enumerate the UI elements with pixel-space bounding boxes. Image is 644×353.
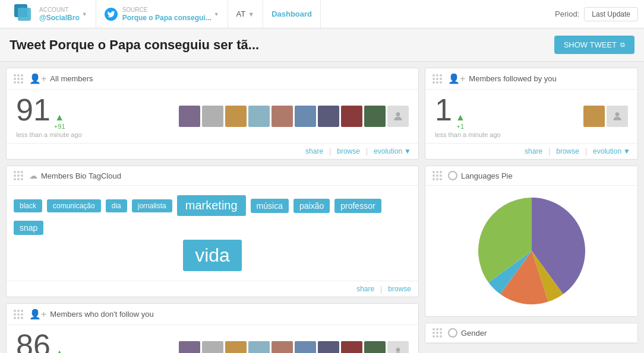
gender-card: Gender — [425, 323, 638, 344]
all-members-footer: share | browse | evolution ▼ — [7, 143, 418, 159]
period-button[interactable]: Last Update — [584, 7, 638, 21]
pie-container — [425, 186, 637, 316]
tag-jornalista[interactable]: jornalista — [132, 199, 172, 212]
grid-dots-icon-6 — [433, 328, 442, 338]
account-section[interactable]: ACCOUNT @SocialBro ▼ — [6, 0, 96, 28]
members-followed-body: 1 ▲ +1 less than a minute ago — [425, 90, 637, 143]
avatar-7 — [318, 106, 339, 127]
external-link-icon: ⧉ — [620, 41, 625, 49]
gender-header: Gender — [425, 323, 637, 343]
svg-point-2 — [615, 112, 620, 116]
footer-sep-2: | — [366, 147, 368, 155]
all-members-count: 91 — [16, 94, 50, 125]
members-followed-footer: share | browse | evolution ▼ — [425, 143, 637, 159]
grid-dots-icon — [14, 74, 23, 84]
pie-chart — [478, 198, 585, 304]
dashboard-section[interactable]: Dashboard — [263, 0, 321, 28]
account-icon — [14, 4, 34, 24]
tag-paixao[interactable]: paixão — [293, 199, 330, 213]
followed-avatars — [583, 106, 628, 127]
gender-title: Gender — [461, 329, 487, 338]
grid-dots-icon-5 — [433, 171, 442, 180]
period-section: Period: Last Update — [555, 7, 638, 21]
tag-cloud-header: ☁ Members Bio TagCloud — [7, 166, 418, 186]
tag-cloud-card: ☁ Members Bio TagCloud black comunicação… — [6, 166, 419, 297]
tag-snap[interactable]: snap — [14, 221, 43, 235]
tag-black[interactable]: black — [14, 199, 42, 212]
tag-musica[interactable]: música — [251, 199, 289, 213]
all-members-evolution-link[interactable]: evolution ▼ — [374, 147, 411, 155]
no-follow-count-block: 86 ▲ +86 — [16, 330, 82, 353]
avatar-4 — [248, 106, 270, 127]
followed-delta-val: +1 — [457, 123, 465, 130]
members-followed-card: 👤+ Members followed by you 1 ▲ +1 less t… — [425, 68, 638, 160]
all-members-card: 👤+ All members 91 ▲ +91 less than a minu… — [6, 68, 419, 160]
nf-avatar-8 — [341, 341, 362, 353]
left-column: 👤+ All members 91 ▲ +91 less than a minu… — [6, 68, 419, 353]
tag-dia[interactable]: dia — [106, 199, 127, 212]
grid-dots-icon-2 — [14, 171, 23, 180]
languages-pie-title: Languages Pie — [461, 171, 513, 180]
show-tweet-label: SHOW TWEET — [564, 40, 617, 49]
avatar-6 — [295, 106, 316, 127]
all-members-time: less than a minute ago — [16, 131, 82, 138]
at-caret: ▼ — [248, 11, 254, 18]
source-label: SOURCE — [122, 7, 211, 13]
members-followed-header: 👤+ Members followed by you — [425, 68, 637, 90]
period-label: Period: — [555, 9, 579, 18]
tag-cloud-share-link[interactable]: share — [356, 285, 374, 293]
all-members-browse-link[interactable]: browse — [337, 147, 360, 155]
all-members-share-link[interactable]: share — [305, 147, 323, 155]
tag-cloud-browse-link[interactable]: browse — [388, 285, 411, 293]
tag-cloud-body: black comunicação dia jornalista marketi… — [7, 186, 418, 281]
followed-up-icon: ▲ — [456, 112, 465, 123]
nf-avatar-3 — [225, 341, 247, 353]
followed-time: less than a minute ago — [435, 131, 501, 138]
svg-point-1 — [396, 348, 400, 352]
languages-pie-card: Languages Pie — [425, 166, 638, 317]
all-members-title: All members — [50, 74, 93, 83]
followed-count-block: 1 ▲ +1 — [435, 94, 501, 130]
followed-browse[interactable]: browse — [556, 147, 579, 155]
avatar-2 — [202, 106, 223, 127]
source-section[interactable]: SOURCE Porque o Papa consegui... ▼ — [96, 0, 228, 28]
followed-avatar-1 — [583, 106, 605, 127]
source-caret: ▼ — [214, 11, 219, 17]
cloud-icon: ☁ — [29, 171, 37, 180]
tag-comunicacao[interactable]: comunicação — [47, 199, 101, 212]
nf-avatar-9 — [364, 341, 386, 353]
person-add-icon: 👤+ — [29, 73, 46, 84]
tag-marketing[interactable]: marketing — [177, 195, 246, 216]
tag-vida[interactable]: vida — [183, 240, 242, 271]
no-follow-body: 86 ▲ +86 less than a minute ago — [7, 325, 418, 353]
tweet-header: Tweet Porque o Papa conseguiu ser tã... … — [0, 28, 644, 62]
account-label: ACCOUNT — [39, 7, 80, 13]
followed-share[interactable]: share — [525, 147, 542, 155]
no-follow-avatars — [179, 341, 409, 353]
grid-dots-icon-3 — [14, 310, 23, 319]
twitter-icon — [105, 8, 118, 21]
avatar-3 — [225, 106, 247, 127]
right-column: 👤+ Members followed by you 1 ▲ +1 less t… — [425, 68, 638, 353]
main-content: 👤+ All members 91 ▲ +91 less than a minu… — [0, 62, 644, 353]
followed-evolution-label: evolution — [593, 147, 621, 155]
tag-professor[interactable]: professor — [334, 199, 381, 213]
grid-dots-icon-4 — [433, 74, 442, 84]
person-icon-2: 👤+ — [29, 309, 46, 320]
nf-avatar-10 — [387, 341, 409, 353]
followed-delta: ▲ +1 — [456, 112, 465, 130]
show-tweet-button[interactable]: SHOW TWEET ⧉ — [554, 36, 634, 54]
all-members-count-block: 91 ▲ +91 — [16, 94, 82, 130]
source-value: Porque o Papa consegui... — [122, 14, 211, 22]
all-members-avatars — [179, 106, 409, 127]
languages-pie-header: Languages Pie — [425, 166, 637, 186]
svg-point-0 — [396, 112, 400, 116]
followed-evolution[interactable]: evolution ▼ — [593, 147, 630, 155]
followed-avatar-2 — [607, 106, 628, 127]
nf-avatar-4 — [248, 341, 270, 353]
at-section[interactable]: AT ▼ — [228, 0, 264, 28]
tag-cloud-title: Members Bio TagCloud — [41, 171, 121, 180]
account-caret: ▼ — [82, 11, 87, 17]
members-followed-title: Members followed by you — [469, 74, 556, 83]
circle-icon — [448, 171, 457, 180]
